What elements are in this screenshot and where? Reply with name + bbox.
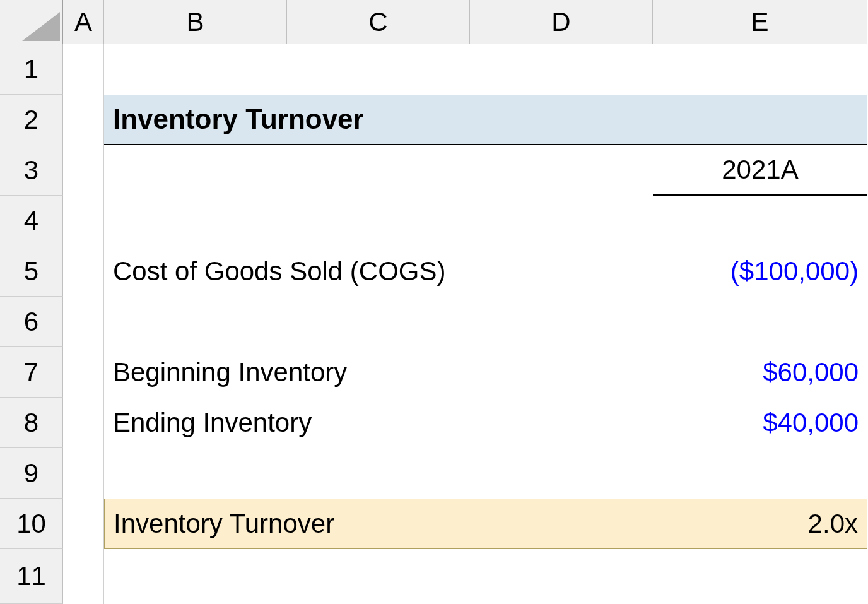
beg-inv-value: $60,000 [763, 357, 859, 388]
row-header-8[interactable]: 8 [0, 398, 63, 448]
beg-inv-label: Beginning Inventory [113, 357, 347, 388]
end-inv-value-cell[interactable]: $40,000 [653, 398, 867, 448]
title-cell[interactable]: Inventory Turnover [104, 95, 287, 145]
cell-B1[interactable] [104, 44, 287, 95]
cell-B3[interactable] [104, 145, 287, 196]
col-header-E[interactable]: E [653, 0, 867, 44]
spreadsheet-grid: A B C D E 1 2 Inventory Turnover 3 2021A… [0, 0, 868, 604]
row-header-5[interactable]: 5 [0, 246, 63, 297]
period-text: 2021A [722, 155, 798, 185]
cell-C4[interactable] [287, 196, 470, 246]
col-header-C[interactable]: C [287, 0, 470, 44]
cell-D1[interactable] [470, 44, 653, 95]
turnover-value: 2.0x [808, 509, 858, 539]
cell-E11[interactable] [653, 549, 867, 604]
cell-D10[interactable] [470, 499, 653, 549]
cell-A5[interactable] [63, 246, 104, 297]
cell-B11[interactable] [104, 549, 287, 604]
cell-D8[interactable] [470, 398, 653, 448]
row-header-9[interactable]: 9 [0, 448, 63, 499]
cell-A3[interactable] [63, 145, 104, 196]
row-header-4[interactable]: 4 [0, 196, 63, 246]
turnover-value-cell[interactable]: 2.0x [653, 499, 867, 549]
cell-D11[interactable] [470, 549, 653, 604]
cell-D9[interactable] [470, 448, 653, 499]
cell-A6[interactable] [63, 297, 104, 347]
row-header-10[interactable]: 10 [0, 499, 63, 549]
row-header-2[interactable]: 2 [0, 95, 63, 145]
row-header-3[interactable]: 3 [0, 145, 63, 196]
cell-A1[interactable] [63, 44, 104, 95]
cell-C11[interactable] [287, 549, 470, 604]
cell-B6[interactable] [104, 297, 287, 347]
cell-D2[interactable] [470, 95, 653, 145]
row-header-1[interactable]: 1 [0, 44, 63, 95]
cell-A8[interactable] [63, 398, 104, 448]
turnover-label-cell[interactable]: Inventory Turnover [104, 499, 287, 549]
cell-A11[interactable] [63, 549, 104, 604]
row-header-11[interactable]: 11 [0, 549, 63, 604]
row-header-6[interactable]: 6 [0, 297, 63, 347]
cogs-value-cell[interactable]: ($100,000) [653, 246, 867, 297]
end-inv-value: $40,000 [763, 408, 859, 438]
end-inv-label: Ending Inventory [113, 408, 312, 438]
cell-C6[interactable] [287, 297, 470, 347]
end-inv-label-cell[interactable]: Ending Inventory [104, 398, 287, 448]
cell-D4[interactable] [470, 196, 653, 246]
cell-C3[interactable] [287, 145, 470, 196]
cell-B9[interactable] [104, 448, 287, 499]
col-header-D[interactable]: D [470, 0, 653, 44]
cell-A4[interactable] [63, 196, 104, 246]
cell-E2[interactable] [653, 95, 867, 145]
cell-D6[interactable] [470, 297, 653, 347]
cell-A2[interactable] [63, 95, 104, 145]
cell-C8[interactable] [287, 398, 470, 448]
cell-E1[interactable] [653, 44, 867, 95]
title-text: Inventory Turnover [113, 104, 364, 135]
cell-E9[interactable] [653, 448, 867, 499]
cell-A10[interactable] [63, 499, 104, 549]
cogs-label: Cost of Goods Sold (COGS) [113, 256, 446, 287]
cogs-value: ($100,000) [730, 256, 859, 287]
row-header-7[interactable]: 7 [0, 347, 63, 398]
cell-D7[interactable] [470, 347, 653, 398]
cell-C9[interactable] [287, 448, 470, 499]
turnover-label: Inventory Turnover [114, 509, 334, 539]
col-header-A[interactable]: A [63, 0, 104, 44]
select-all-corner[interactable] [0, 0, 63, 44]
cell-B4[interactable] [104, 196, 287, 246]
cell-E6[interactable] [653, 297, 867, 347]
cell-D5[interactable] [470, 246, 653, 297]
cell-A9[interactable] [63, 448, 104, 499]
beg-inv-value-cell[interactable]: $60,000 [653, 347, 867, 398]
beg-inv-label-cell[interactable]: Beginning Inventory [104, 347, 287, 398]
cell-D3[interactable] [470, 145, 653, 196]
period-header[interactable]: 2021A [653, 145, 867, 196]
col-header-B[interactable]: B [104, 0, 287, 44]
cell-A7[interactable] [63, 347, 104, 398]
cogs-label-cell[interactable]: Cost of Goods Sold (COGS) [104, 246, 287, 297]
cell-C1[interactable] [287, 44, 470, 95]
cell-E4[interactable] [653, 196, 867, 246]
